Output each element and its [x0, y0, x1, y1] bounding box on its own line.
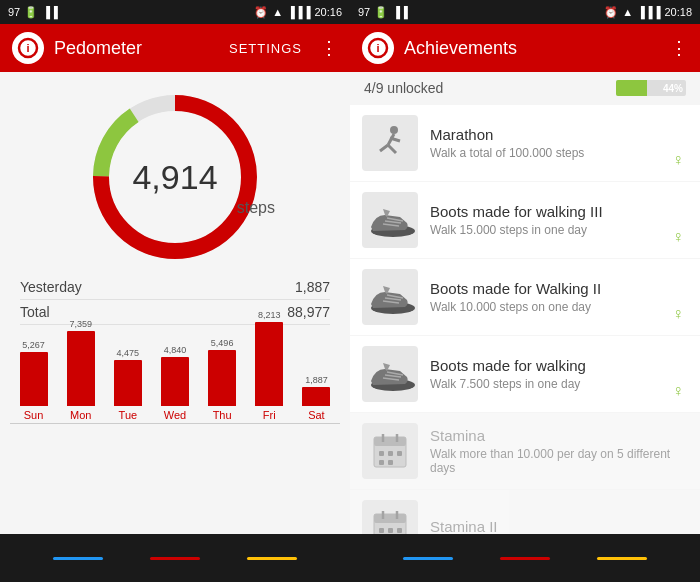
clock-icon: ⏰ — [254, 6, 268, 19]
bar-group-fri: 8,213Fri — [246, 310, 293, 421]
nav-line-2[interactable] — [150, 557, 200, 560]
bar-rect-sat — [302, 387, 330, 406]
bar-group-thu: 5,496Thu — [199, 338, 246, 421]
chart-baseline — [10, 423, 340, 424]
bar-value-sun: 5,267 — [22, 340, 45, 350]
status-right-right: ⏰ ▲ ▐▐▐ 20:18 — [604, 6, 692, 19]
stat-value-total: 88,977 — [287, 304, 330, 320]
bar-group-sun: 5,267Sun — [10, 340, 57, 421]
svg-line-9 — [380, 145, 388, 151]
achievement-title-1: Marathon — [430, 126, 656, 143]
achievement-icon-1 — [362, 115, 418, 171]
trophy-icon-1: ♀ — [668, 151, 688, 171]
progress-bar-fill — [616, 80, 647, 96]
circle-chart: 4,914 steps — [75, 87, 275, 267]
svg-rect-37 — [379, 528, 384, 533]
achievement-item-2[interactable]: Boots made for walking IIIWalk 15.000 st… — [350, 182, 700, 258]
unlocked-text: 4/9 unlocked — [364, 80, 443, 96]
status-left-right: 97 🔋 ▐▐ — [358, 6, 408, 19]
signal-bars: ▐▐▐ — [287, 6, 310, 18]
nav-line-right-2[interactable] — [500, 557, 550, 560]
svg-text:i: i — [26, 42, 29, 54]
bar-label-sat: Sat — [308, 409, 325, 421]
status-right: ⏰ ▲ ▐▐▐ 20:16 — [254, 6, 342, 19]
achievement-title-2: Boots made for walking III — [430, 203, 656, 220]
bar-group-tue: 4,475Tue — [104, 348, 151, 421]
battery-icon: 🔋 — [24, 6, 38, 19]
achievement-item-5[interactable]: StaminaWalk more than 10.000 per day on … — [350, 413, 700, 489]
achievement-icon-6 — [362, 500, 418, 534]
svg-line-10 — [388, 145, 396, 153]
bar-label-mon: Mon — [70, 409, 91, 421]
app-logo-left: i — [12, 32, 44, 64]
trophy-icon-2: ♀ — [668, 228, 688, 248]
achievement-item-6[interactable]: Stamina II — [350, 490, 700, 534]
time-left: 20:16 — [314, 6, 342, 18]
bar-rect-wed — [161, 357, 189, 406]
nav-line-right-1[interactable] — [403, 557, 453, 560]
achievement-icon-5 — [362, 423, 418, 479]
stat-label-total: Total — [20, 304, 50, 320]
signal-icon: ▐▐ — [42, 6, 58, 18]
achievement-text-6: Stamina II — [430, 518, 688, 534]
achievement-title-6: Stamina II — [430, 518, 688, 534]
achievement-list: MarathonWalk a total of 100.000 steps♀ B… — [350, 104, 700, 534]
svg-rect-38 — [388, 528, 393, 533]
achievement-desc-4: Walk 7.500 steps in one day — [430, 377, 656, 391]
achievement-icon-3 — [362, 269, 418, 325]
chart-bars: 5,267Sun7,359Mon4,475Tue4,840Wed5,496Thu… — [10, 343, 340, 423]
chart-section: 5,267Sun7,359Mon4,475Tue4,840Wed5,496Thu… — [0, 333, 350, 534]
main-content-left: 4,914 steps Yesterday 1,887 Total 88,977… — [0, 72, 350, 534]
clock-icon-right: ⏰ — [604, 6, 618, 19]
achievement-desc-5: Walk more than 10.000 per day on 5 diffe… — [430, 447, 688, 475]
bar-rect-tue — [114, 360, 142, 406]
bar-label-thu: Thu — [213, 409, 232, 421]
nav-line-right-3[interactable] — [597, 557, 647, 560]
bar-label-wed: Wed — [164, 409, 186, 421]
progress-bar-container: 44% — [616, 80, 686, 96]
app-logo-right: i — [362, 32, 394, 64]
menu-icon-right[interactable]: ⋮ — [670, 37, 688, 59]
bar-value-fri: 8,213 — [258, 310, 281, 320]
steps-label: steps — [237, 199, 275, 217]
achievement-item-3[interactable]: Boots made for Walking IIWalk 10.000 ste… — [350, 259, 700, 335]
app-title-left: Pedometer — [54, 38, 219, 59]
signal-bars-right: ▐▐▐ — [637, 6, 660, 18]
unlocked-bar: 4/9 unlocked 44% — [350, 72, 700, 104]
battery-level-right: 97 — [358, 6, 370, 18]
trophy-icon-4: ♀ — [668, 382, 688, 402]
bottom-nav-left — [0, 534, 350, 582]
nav-line-3[interactable] — [247, 557, 297, 560]
progress-bar-outer: 44% — [616, 80, 686, 96]
stat-row-yesterday: Yesterday 1,887 — [20, 275, 330, 300]
bar-label-tue: Tue — [119, 409, 138, 421]
status-bar-left: 97 🔋 ▐▐ ⏰ ▲ ▐▐▐ 20:16 — [0, 0, 350, 24]
signal-icon-right: ▐▐ — [392, 6, 408, 18]
settings-button[interactable]: SETTINGS — [229, 41, 302, 56]
battery-icon-right: 🔋 — [374, 6, 388, 19]
svg-rect-34 — [374, 514, 406, 523]
achievement-icon-4 — [362, 346, 418, 402]
svg-rect-28 — [379, 451, 384, 456]
progress-pct: 44% — [663, 83, 683, 94]
achievement-item-4[interactable]: Boots made for walkingWalk 7.500 steps i… — [350, 336, 700, 412]
bar-rect-fri — [255, 322, 283, 406]
stat-value-yesterday: 1,887 — [295, 279, 330, 295]
time-right: 20:18 — [664, 6, 692, 18]
achievement-desc-3: Walk 10.000 steps on one day — [430, 300, 656, 314]
bar-group-sat: 1,887Sat — [293, 375, 340, 421]
achievements-content: 4/9 unlocked 44% MarathonWalk a total of… — [350, 72, 700, 534]
nav-line-1[interactable] — [53, 557, 103, 560]
stats-section: Yesterday 1,887 Total 88,977 — [0, 267, 350, 333]
trophy-icon-3: ♀ — [668, 305, 688, 325]
achievement-item-1[interactable]: MarathonWalk a total of 100.000 steps♀ — [350, 105, 700, 181]
bar-value-thu: 5,496 — [211, 338, 234, 348]
bar-rect-mon — [67, 331, 95, 406]
achievement-icon-2 — [362, 192, 418, 248]
svg-rect-25 — [374, 437, 406, 446]
achievement-text-1: MarathonWalk a total of 100.000 steps — [430, 126, 656, 160]
achievement-text-5: StaminaWalk more than 10.000 per day on … — [430, 427, 688, 475]
bar-value-tue: 4,475 — [117, 348, 140, 358]
achievement-text-4: Boots made for walkingWalk 7.500 steps i… — [430, 357, 656, 391]
menu-icon-left[interactable]: ⋮ — [320, 37, 338, 59]
